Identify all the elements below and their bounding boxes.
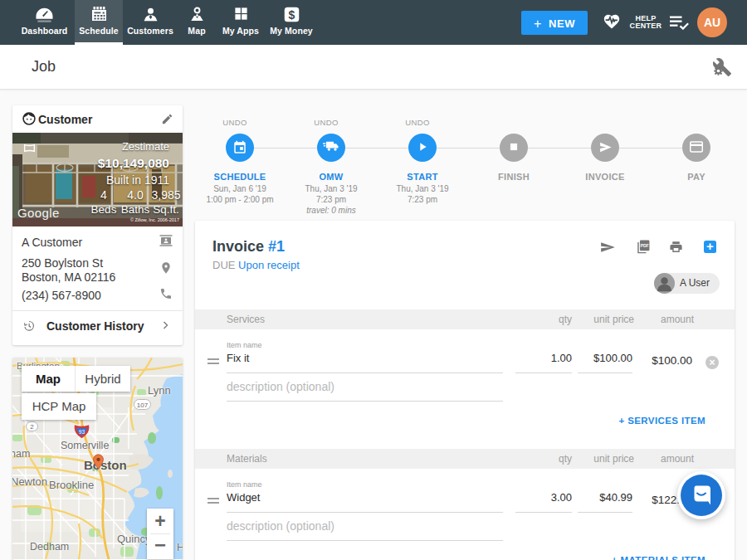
svg-text:PDF: PDF — [641, 243, 649, 248]
svg-text:93: 93 — [79, 429, 85, 435]
svg-text:107: 107 — [137, 402, 149, 409]
svg-text:$: $ — [288, 8, 295, 22]
svg-text:2: 2 — [30, 423, 34, 431]
